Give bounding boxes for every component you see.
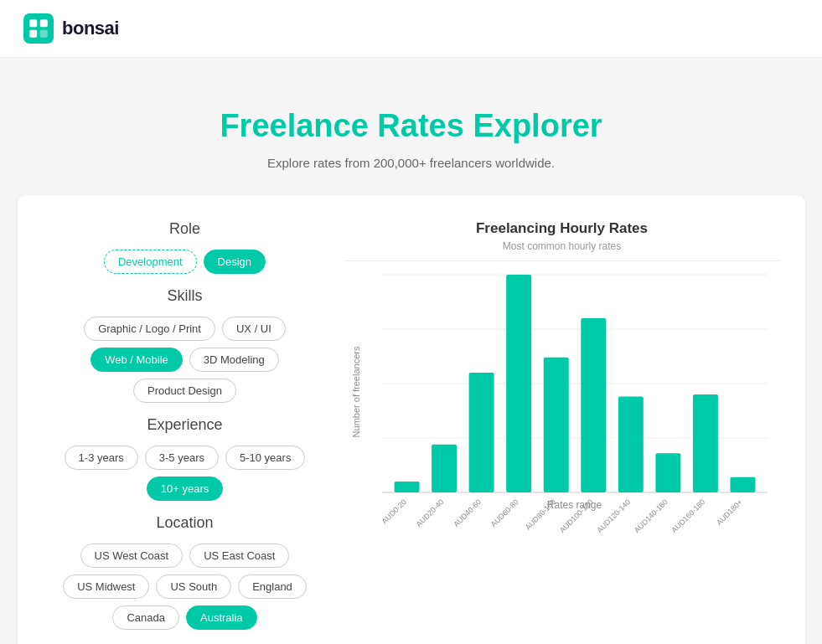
location-section: Location US West Coast US East Coast US …: [43, 514, 328, 630]
svg-rect-3: [40, 19, 48, 27]
logo: bonsai: [23, 13, 119, 44]
svg-rect-16: [618, 397, 643, 492]
chart-divider: [344, 260, 780, 261]
page-subtitle: Explore rates from 200,000+ freelancers …: [17, 156, 805, 170]
svg-rect-4: [40, 30, 48, 38]
pill-10-plus-years[interactable]: 10+ years: [147, 477, 223, 501]
svg-rect-2: [29, 30, 37, 38]
filters-panel: Role Development Design Skills Graphic /…: [43, 220, 328, 643]
role-section-title: Role: [43, 220, 328, 238]
svg-rect-18: [692, 394, 717, 492]
app-header: bonsai: [0, 0, 822, 58]
svg-rect-1: [29, 19, 37, 27]
pill-graphic-logo-print[interactable]: Graphic / Logo / Print: [84, 317, 215, 341]
pill-1-3-years[interactable]: 1-3 years: [65, 446, 138, 470]
chart-subtitle: Most common hourly rates: [344, 240, 780, 252]
chart-panel: Freelancing Hourly Rates Most common hou…: [344, 220, 780, 643]
experience-pill-group: 1-3 years 3-5 years 5-10 years 10+ years: [43, 446, 328, 501]
svg-rect-13: [506, 275, 531, 492]
pill-us-south[interactable]: US South: [156, 574, 231, 599]
page-title: Freelance Rates Explorer: [17, 108, 805, 144]
svg-rect-0: [23, 13, 54, 44]
skills-section-title: Skills: [43, 287, 328, 305]
pill-3-5-years[interactable]: 3-5 years: [145, 446, 219, 470]
pill-england[interactable]: England: [238, 574, 307, 599]
svg-rect-11: [432, 445, 457, 492]
logo-text: bonsai: [62, 18, 119, 39]
pill-canada[interactable]: Canada: [112, 605, 179, 630]
role-pill-group: Development Design: [43, 250, 328, 274]
y-axis-label: Number of freelancers: [352, 347, 362, 438]
pill-us-west-coast[interactable]: US West Coast: [80, 544, 184, 568]
location-pill-group: US West Coast US East Coast US Midwest U…: [43, 544, 328, 630]
svg-rect-14: [543, 358, 568, 492]
chart-svg: AUD0-20AUD20-40AUD40-60AUD60-80AUD80-100…: [370, 275, 780, 492]
pill-design[interactable]: Design: [204, 250, 266, 274]
chart-title: Freelancing Hourly Rates: [344, 220, 780, 237]
hero-section: Freelance Rates Explorer Explore rates f…: [0, 58, 822, 195]
pill-3d-modeling[interactable]: 3D Modeling: [189, 348, 279, 372]
pill-australia[interactable]: Australia: [186, 605, 257, 630]
bonsai-logo-icon: [23, 13, 54, 44]
bar-chart: AUD0-20AUD20-40AUD40-60AUD60-80AUD80-100…: [370, 275, 780, 511]
pill-product-design[interactable]: Product Design: [133, 379, 236, 403]
pill-5-10-years[interactable]: 5-10 years: [225, 446, 305, 470]
experience-section: Experience 1-3 years 3-5 years 5-10 year…: [43, 416, 328, 501]
main-card: Role Development Design Skills Graphic /…: [18, 195, 805, 644]
experience-section-title: Experience: [43, 416, 328, 434]
svg-rect-10: [394, 482, 419, 492]
pill-ux-ui[interactable]: UX / UI: [222, 317, 286, 341]
skills-section: Skills Graphic / Logo / Print UX / UI We…: [43, 287, 328, 403]
svg-rect-17: [655, 453, 680, 492]
skills-pill-group: Graphic / Logo / Print UX / UI Web / Mob…: [43, 317, 328, 403]
location-section-title: Location: [43, 514, 328, 532]
pill-us-midwest[interactable]: US Midwest: [63, 574, 149, 599]
svg-rect-19: [730, 477, 755, 492]
svg-rect-12: [468, 373, 494, 492]
svg-rect-15: [581, 318, 606, 492]
pill-us-east-coast[interactable]: US East Coast: [189, 544, 289, 568]
role-section: Role Development Design: [43, 220, 328, 274]
pill-development[interactable]: Development: [104, 250, 197, 274]
pill-web-mobile[interactable]: Web / Mobile: [90, 348, 183, 372]
